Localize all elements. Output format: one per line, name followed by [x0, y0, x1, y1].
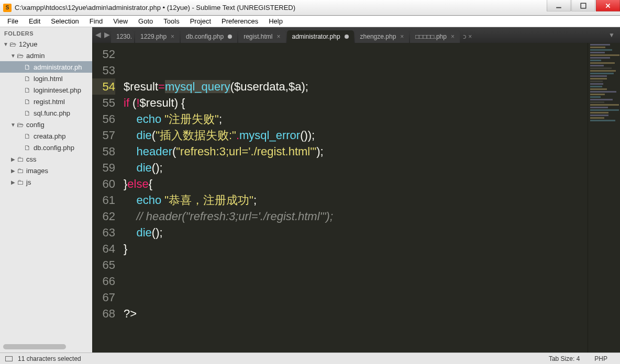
code-lines[interactable]: $result=mysql_query($userdata,$a);if (!$… [120, 43, 620, 352]
line-number: 68 [92, 305, 115, 322]
tree-item-config[interactable]: ▼🗁config [0, 119, 92, 130]
code-line[interactable] [124, 289, 620, 305]
folder-icon: 🗀 [16, 167, 24, 175]
close-icon[interactable]: × [400, 33, 404, 40]
code-area[interactable]: 5253545556575859606162636465666768 $resu… [92, 43, 620, 352]
tab-zhengze-php[interactable]: zhengze.php× [355, 30, 409, 43]
code-line[interactable]: ?> [124, 305, 620, 322]
code-line[interactable]: $result=mysql_query($userdata,$a); [124, 78, 620, 95]
sidebar-scrollbar[interactable] [3, 344, 66, 349]
tab-label: db.config.php [186, 33, 224, 40]
tab-label: 1230. [116, 33, 132, 40]
maximize-button[interactable] [571, 0, 595, 12]
tree-item-admin[interactable]: ▼🗁admin [0, 50, 92, 61]
status-language[interactable]: PHP [587, 355, 615, 362]
menu-edit[interactable]: Edit [24, 16, 46, 26]
tab-1229-php[interactable]: 1229.php× [135, 30, 180, 43]
tree-item-login-html[interactable]: 🗋login.html [0, 73, 92, 84]
tab-regist-html[interactable]: regist.html× [238, 30, 285, 43]
close-icon[interactable]: × [451, 33, 455, 40]
tab-db-config-php[interactable]: db.config.php [181, 30, 237, 43]
code-line[interactable]: }else{ [124, 176, 620, 192]
menu-help[interactable]: Help [263, 16, 288, 26]
tree-item-images[interactable]: ▶🗀images [0, 165, 92, 176]
tree-item-label: config [24, 121, 45, 129]
code-line[interactable] [124, 257, 620, 273]
editor-pane: ◀ ▶ 1230.1229.php×db.config.phpregist.ht… [92, 27, 620, 352]
tree-item-css[interactable]: ▶🗀css [0, 153, 92, 165]
menu-tools[interactable]: Tools [158, 16, 184, 26]
close-button[interactable] [596, 0, 620, 12]
code-line[interactable]: } [124, 241, 620, 257]
tab-nav-arrows[interactable]: ◀ ▶ [95, 30, 110, 39]
tab-overflow-extra[interactable]: ɔ × [461, 30, 474, 43]
close-icon[interactable]: × [171, 33, 174, 40]
menu-selection[interactable]: Selection [46, 16, 84, 26]
menu-project[interactable]: Project [185, 16, 216, 26]
tree-item-db-config-php[interactable]: 🗋db.config.php [0, 142, 92, 153]
sidebar-header: FOLDERS [0, 27, 92, 38]
tab-label: regist.html [243, 33, 272, 40]
code-line[interactable]: echo "注册失败"; [124, 111, 620, 127]
tree-item-js[interactable]: ▶🗀js [0, 176, 92, 188]
tree-item-label: images [24, 167, 48, 175]
tree-item-logininteset-php[interactable]: 🗋logininteset.php [0, 84, 92, 96]
tab-administrator-php[interactable]: administrator.php [287, 30, 354, 43]
file-tree: ▼🗁12yue▼🗁admin🗋administrator.ph🗋login.ht… [0, 38, 92, 188]
code-line[interactable]: if (!$result) { [124, 95, 620, 111]
code-line[interactable]: die("插入数据失败:".mysql_error()); [124, 127, 620, 143]
folder-icon: 🗁 [16, 121, 24, 129]
line-number: 55 [92, 95, 115, 111]
file-icon: 🗋 [23, 109, 31, 117]
tree-item-12yue[interactable]: ▼🗁12yue [0, 38, 92, 50]
code-line[interactable]: echo "恭喜，注册成功"; [124, 192, 620, 208]
code-line[interactable] [124, 62, 620, 78]
code-line[interactable] [124, 273, 620, 289]
minimize-button[interactable] [547, 0, 571, 12]
tree-item-label: logininteset.php [31, 86, 81, 94]
line-number: 61 [92, 192, 115, 208]
menu-file[interactable]: File [2, 16, 24, 26]
window-title: C:\xampp\htdocs\12yue\admin\administrato… [15, 4, 546, 12]
disclosure-arrow-icon: ▶ [10, 156, 16, 162]
tree-item-label: db.config.php [31, 144, 74, 152]
tab-overflow-icon[interactable]: ▼ [608, 31, 615, 39]
disclosure-arrow-icon: ▶ [10, 168, 16, 174]
menu-goto[interactable]: Goto [133, 16, 158, 26]
menu-view[interactable]: View [108, 16, 133, 26]
line-number: 66 [92, 273, 115, 289]
menu-preferences[interactable]: Preferences [216, 16, 263, 26]
tree-item-regist-html[interactable]: 🗋regist.html [0, 96, 92, 107]
tab-1230-[interactable]: 1230. [111, 30, 134, 43]
tab-label: □□□□□.php [415, 33, 447, 40]
window-titlebar: S C:\xampp\htdocs\12yue\admin\administra… [0, 0, 620, 16]
tab-prev-icon[interactable]: ◀ [95, 30, 101, 39]
tree-item-creata-php[interactable]: 🗋creata.php [0, 130, 92, 142]
disclosure-arrow-icon: ▼ [10, 53, 16, 59]
file-icon: 🗋 [23, 144, 31, 152]
code-line[interactable]: // header("refresh:3;url='./regist.html'… [124, 208, 620, 224]
tree-item-administrator-ph[interactable]: 🗋administrator.ph [0, 61, 92, 73]
tree-item-label: regist.html [31, 98, 65, 106]
code-line[interactable] [124, 46, 620, 62]
code-line[interactable]: die(); [124, 160, 620, 176]
disclosure-arrow-icon: ▶ [10, 179, 16, 185]
tree-item-label: admin [24, 52, 45, 60]
disclosure-arrow-icon: ▼ [10, 122, 16, 128]
file-icon: 🗋 [23, 98, 31, 106]
tree-item-label: 12yue [17, 40, 37, 48]
close-icon[interactable]: × [277, 33, 281, 40]
folder-icon: 🗁 [8, 40, 17, 48]
line-gutter: 5253545556575859606162636465666768 [92, 43, 120, 352]
tab-------php[interactable]: □□□□□.php× [410, 30, 460, 43]
tab-label: 1229.php [140, 33, 167, 40]
menu-find[interactable]: Find [84, 16, 108, 26]
status-tab-size[interactable]: Tab Size: 4 [541, 355, 587, 362]
code-line[interactable]: die(); [124, 224, 620, 241]
minimap[interactable] [588, 43, 620, 352]
tree-item-sql-func-php[interactable]: 🗋sql.func.php [0, 107, 92, 119]
tree-item-label: login.html [31, 75, 63, 83]
status-panel-icon[interactable] [5, 356, 13, 361]
code-line[interactable]: header("refresh:3;url='./regist.html'"); [124, 143, 620, 160]
tab-next-icon[interactable]: ▶ [104, 30, 110, 39]
